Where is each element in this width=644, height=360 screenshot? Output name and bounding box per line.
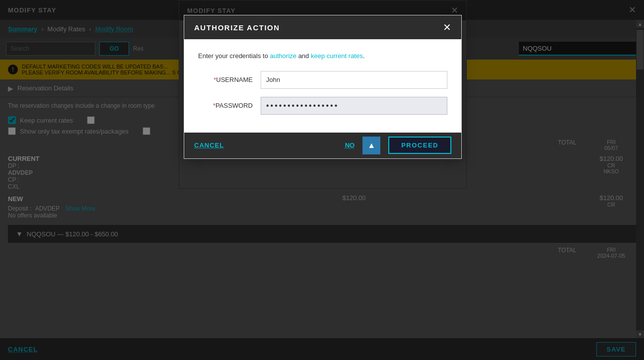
dialog-footer-right: NO ▲ PROCEED	[345, 137, 451, 154]
password-row: *PASSWORD	[198, 97, 447, 115]
dialog-close-button[interactable]: ✕	[443, 22, 451, 32]
dialog-proceed-button[interactable]: PROCEED	[388, 137, 451, 154]
dialog-cancel-button[interactable]: CANCEL	[194, 142, 224, 149]
password-label: *PASSWORD	[198, 102, 253, 109]
password-field[interactable]	[261, 97, 447, 115]
dialog-title: AUTHORIZE ACTION	[194, 23, 280, 32]
dialog-up-button[interactable]: ▲	[362, 137, 380, 154]
dialog-no-button[interactable]: NO	[345, 142, 355, 149]
username-row: *USERNAME	[198, 71, 447, 89]
dialog-instruction: Enter your credentials to authorize and …	[198, 51, 447, 61]
username-label: *USERNAME	[198, 76, 253, 83]
dialog-footer: CANCEL NO ▲ PROCEED	[184, 133, 461, 158]
dialog-titlebar: AUTHORIZE ACTION ✕	[184, 15, 461, 39]
username-field[interactable]	[261, 71, 447, 89]
dialog-body: Enter your credentials to authorize and …	[184, 39, 461, 133]
authorize-dialog: AUTHORIZE ACTION ✕ Enter your credential…	[184, 15, 462, 159]
